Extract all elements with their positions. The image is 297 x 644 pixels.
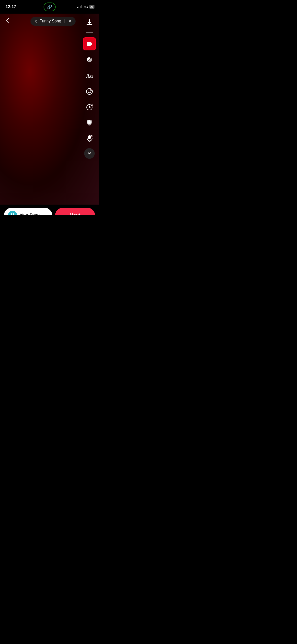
- dynamic-island-icon: 🔗: [47, 5, 52, 9]
- svg-point-3: [90, 91, 91, 91]
- dynamic-island-pill: 🔗: [44, 3, 56, 11]
- video-canvas: ♫ Funny Song | ✕: [0, 14, 99, 205]
- your-story-button[interactable]: H Your Story: [4, 208, 52, 215]
- music-divider: |: [64, 19, 65, 23]
- svg-point-2: [88, 91, 89, 91]
- avatar: H: [8, 211, 17, 215]
- right-toolbar: Aa: [83, 16, 96, 159]
- battery-indicator: 21: [89, 5, 94, 9]
- next-button[interactable]: Next: [55, 208, 95, 215]
- status-bar: 12:17 🔗 5G 21: [0, 0, 99, 14]
- next-label: Next: [70, 212, 80, 215]
- avatar-initial: H: [11, 213, 14, 215]
- battery-level: 21: [90, 5, 93, 8]
- signal-bar-2: [79, 7, 79, 8]
- song-title: Funny Song: [40, 19, 61, 23]
- signal-bar-1: [77, 7, 78, 8]
- text-icon: Aa: [86, 73, 93, 79]
- music-close-button[interactable]: ✕: [68, 19, 72, 24]
- download-button[interactable]: [84, 16, 95, 28]
- svg-point-11: [90, 135, 92, 137]
- signal-bar-3: [80, 6, 81, 8]
- face-sticker-button[interactable]: [84, 86, 95, 97]
- svg-rect-0: [87, 42, 91, 46]
- text-button[interactable]: Aa: [84, 70, 95, 82]
- sticker-button[interactable]: [84, 54, 95, 66]
- svg-point-9: [87, 121, 91, 125]
- timer-button[interactable]: [84, 101, 95, 113]
- bottom-bar: H Your Story Next: [0, 205, 99, 215]
- music-note-icon: ♫: [35, 19, 38, 23]
- dynamic-island: 🔗: [44, 3, 56, 11]
- your-story-label: Your Story: [20, 213, 40, 215]
- more-options-button[interactable]: [84, 148, 95, 159]
- status-time: 12:17: [6, 4, 16, 9]
- music-pill[interactable]: ♫ Funny Song | ✕: [30, 17, 76, 26]
- status-right: 5G 21: [77, 5, 94, 9]
- svg-rect-10: [88, 135, 91, 139]
- back-button[interactable]: [4, 16, 11, 26]
- toolbar-divider-1: [86, 32, 93, 33]
- clip-button[interactable]: [83, 37, 96, 50]
- signal-bar-4: [81, 5, 82, 8]
- network-label: 5G: [83, 5, 88, 9]
- mic-button[interactable]: [84, 133, 95, 144]
- color-filter-button[interactable]: [84, 117, 95, 128]
- signal-bars: [77, 5, 82, 8]
